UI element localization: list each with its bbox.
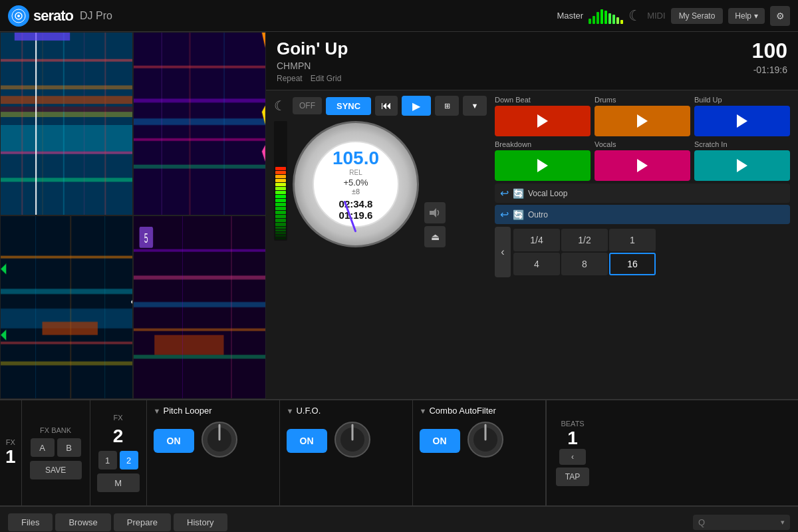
play-button[interactable]: ▶ <box>402 96 431 116</box>
svg-rect-27 <box>223 33 224 215</box>
fx1-label: FX <box>6 438 15 446</box>
vu-meter <box>274 121 287 241</box>
loop-eight[interactable]: 8 <box>561 253 608 275</box>
vu-yellow2 <box>275 179 286 182</box>
fx-bank-label: FX BANK <box>40 426 71 434</box>
vu-red <box>275 167 286 170</box>
cue-button[interactable]: ⏮ <box>375 96 398 116</box>
svg-rect-33 <box>1 289 132 294</box>
vu-dark3 <box>275 235 286 237</box>
svg-rect-15 <box>1 96 132 104</box>
loop-one[interactable]: 1 <box>609 229 656 251</box>
play-icon <box>737 114 747 128</box>
svg-rect-14 <box>104 33 106 215</box>
scratchin-label: Scratch In <box>694 140 790 148</box>
loop-four[interactable]: 4 <box>513 253 560 275</box>
play-icon <box>537 114 548 128</box>
down-arrow-button[interactable]: ▼ <box>463 96 487 116</box>
vu-green10 <box>275 219 286 222</box>
deck-area: ☾ OFF SYNC ⏮ ▶ ⊞ ▼ <box>266 90 798 283</box>
browse-button[interactable]: Browse <box>55 513 110 531</box>
fx-save-button[interactable]: SAVE <box>30 461 82 479</box>
svg-rect-49 <box>134 354 265 358</box>
speaker-icon-button[interactable] <box>424 202 446 223</box>
svg-rect-36 <box>1 361 132 365</box>
play-icon <box>537 159 548 172</box>
vu-green5 <box>275 199 286 202</box>
loop-half[interactable]: 1/2 <box>561 229 608 251</box>
buildup-pad[interactable] <box>694 106 790 136</box>
svg-rect-26 <box>189 33 190 215</box>
history-button[interactable]: History <box>174 513 227 531</box>
chevron-down-icon: ▾ <box>754 11 758 21</box>
vu-green3 <box>275 191 286 194</box>
repeat-button[interactable]: Repeat <box>277 74 303 83</box>
loop-sixteen[interactable]: 16 <box>609 253 656 275</box>
fx2-knob[interactable] <box>332 420 372 460</box>
loop-sync-icon2: 🔄 <box>513 209 524 220</box>
loop-size-section: ‹ 1/4 1/2 1 4 8 16 <box>495 227 790 277</box>
fx-unit3-row: ON <box>420 420 539 460</box>
platter[interactable]: 105.0 REL +5.0% ±8 02:34.8 01:19.6 <box>293 121 419 247</box>
fx3-on-button[interactable]: ON <box>420 429 460 453</box>
drums-pad[interactable] <box>595 106 690 136</box>
right-panel: Goin' Up CHMPN Repeat Edit Grid 100 -01:… <box>266 32 798 399</box>
vu-green4 <box>275 195 286 198</box>
svg-rect-9 <box>1 178 132 182</box>
fx1-on-button[interactable]: ON <box>154 429 194 453</box>
loop-nav-left[interactable]: ‹ <box>495 227 511 277</box>
beats-left-button[interactable]: ‹ <box>559 449 586 465</box>
eject-button[interactable]: ⏏ <box>424 226 446 247</box>
search-input[interactable] <box>698 517 778 527</box>
search-dropdown-icon[interactable]: ▾ <box>781 518 785 527</box>
files-button[interactable]: Files <box>8 513 53 531</box>
main-area: 5 Goin' Up CHMPN Repeat Edit Grid 100 -0… <box>0 32 798 399</box>
downbeat-pad[interactable] <box>495 106 591 136</box>
cue-group-scratchin: Scratch In <box>694 140 790 181</box>
waveform-tr <box>133 32 266 215</box>
waveform-bl <box>0 215 133 399</box>
fx-m-button[interactable]: M <box>97 473 140 492</box>
vu-green6 <box>275 203 286 206</box>
fx-b-button[interactable]: B <box>57 438 81 457</box>
svg-rect-4 <box>1 59 132 62</box>
fx2-on-button[interactable]: ON <box>287 429 327 453</box>
search-box[interactable]: ▾ <box>693 515 790 530</box>
svg-rect-23 <box>134 138 265 141</box>
down-icon: ▼ <box>471 102 479 110</box>
fx1-knob[interactable] <box>200 420 239 460</box>
moon-icon: ☾ <box>628 7 642 25</box>
loop-back-icon: ↩ <box>500 187 509 200</box>
cue-group-buildup: Build Up <box>694 96 790 136</box>
svg-rect-7 <box>1 125 132 152</box>
tap-button[interactable]: TAP <box>556 467 589 486</box>
loop-quarter[interactable]: 1/4 <box>513 229 560 251</box>
svg-rect-18 <box>15 33 70 41</box>
loop-set-button[interactable]: ⊞ <box>435 96 459 116</box>
settings-button[interactable]: ⚙ <box>770 6 790 26</box>
fx3-knob[interactable] <box>466 420 505 460</box>
fx-2-button[interactable]: 2 <box>120 451 138 469</box>
prepare-button[interactable]: Prepare <box>114 513 171 531</box>
help-button[interactable]: Help ▾ <box>728 8 765 24</box>
vu-green8 <box>275 211 286 214</box>
fx-1-button[interactable]: 1 <box>98 451 117 469</box>
my-serato-button[interactable]: My Serato <box>671 8 724 24</box>
breakdown-pad[interactable] <box>495 150 591 181</box>
edit-grid-button[interactable]: Edit Grid <box>311 74 342 83</box>
browser-bar: Files Browse Prepare History ▾ <box>0 505 798 532</box>
fx-a-button[interactable]: A <box>31 438 55 457</box>
sync-button[interactable]: SYNC <box>326 97 371 115</box>
meter-bar <box>620 20 623 24</box>
vocals-pad[interactable] <box>595 150 690 181</box>
platter-range: ±8 <box>352 188 360 196</box>
scratchin-pad[interactable] <box>694 150 790 181</box>
track-title: Goin' Up <box>277 39 348 59</box>
off-button[interactable]: OFF <box>293 97 322 114</box>
svg-rect-22 <box>134 118 265 125</box>
play-icon <box>637 159 648 172</box>
svg-rect-24 <box>134 165 265 169</box>
svg-text:5: 5 <box>144 231 148 245</box>
svg-rect-13 <box>84 33 84 215</box>
keylock-icon: ☾ <box>274 98 286 114</box>
